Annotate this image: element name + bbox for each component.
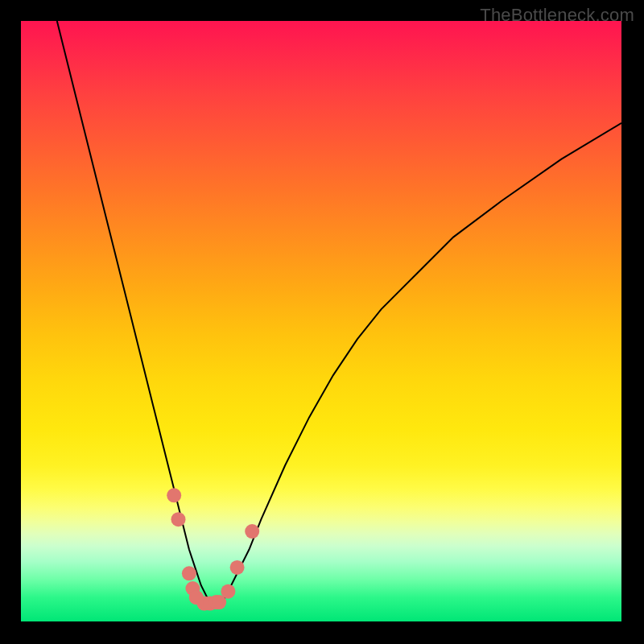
- marker-point: [171, 512, 186, 526]
- marker-point: [230, 560, 245, 575]
- plot-area: [21, 21, 621, 621]
- watermark-text: TheBottleneck.com: [480, 5, 634, 26]
- marker-point: [245, 524, 259, 539]
- marker-point: [221, 584, 235, 599]
- chart-svg: [21, 21, 621, 621]
- marker-point: [182, 566, 196, 580]
- chart-frame: TheBottleneck.com: [0, 0, 644, 644]
- marker-group: [167, 488, 259, 610]
- marker-point: [167, 488, 181, 502]
- bottleneck-curve: [57, 21, 621, 604]
